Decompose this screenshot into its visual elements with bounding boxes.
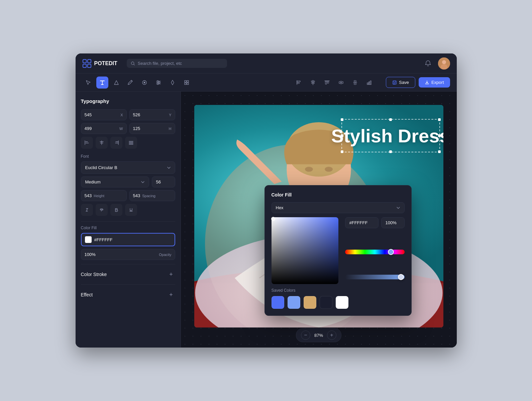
text-spacing-field[interactable]: 543 Spacing	[129, 190, 175, 201]
svg-rect-1	[88, 59, 91, 63]
svg-point-40	[325, 167, 333, 172]
hue-thumb[interactable]	[388, 249, 394, 255]
selection-handle-tl[interactable]	[341, 118, 343, 121]
font-size-input[interactable]	[156, 179, 171, 184]
opacity-value-input[interactable]	[386, 220, 400, 225]
selection-handle-br[interactable]	[438, 150, 441, 153]
text-height-field[interactable]: 543 Height	[81, 190, 127, 201]
italic-btn[interactable]	[81, 204, 93, 216]
color-stroke-add-btn[interactable]: +	[167, 270, 175, 278]
effect-add-btn[interactable]: +	[167, 291, 175, 299]
svg-rect-21	[325, 81, 327, 84]
align-center-btn[interactable]	[96, 137, 108, 149]
size-row: 543 Height 543 Spacing	[81, 190, 175, 201]
position-y-label: Y	[169, 113, 171, 117]
opacity-slider[interactable]	[345, 275, 405, 279]
color-picker-popup: Color Fill Hex	[264, 185, 412, 316]
selection-handle-tm[interactable]	[389, 118, 392, 121]
position-w-field[interactable]: W	[81, 123, 127, 134]
position-x-field[interactable]: X	[81, 109, 127, 120]
align-right-btn[interactable]	[110, 137, 122, 149]
font-family-select[interactable]: Euclid Circular B	[81, 161, 175, 174]
color-mode-select[interactable]: Hex	[272, 202, 405, 213]
color-hex-input[interactable]	[94, 237, 171, 242]
hex-input-box[interactable]	[345, 217, 379, 228]
position-w-input[interactable]	[85, 126, 105, 131]
opacity-row[interactable]: 100% Opacity	[81, 249, 175, 260]
color-fill-input-row[interactable]	[81, 233, 175, 246]
text-height-value: 543	[85, 193, 92, 198]
position-h-field[interactable]: H	[129, 123, 175, 134]
svg-rect-25	[354, 81, 356, 82]
export-button[interactable]: Export	[419, 77, 450, 88]
tool-adjust[interactable]	[152, 77, 165, 89]
zoom-in-button[interactable]: +	[327, 330, 336, 340]
opacity-slider-thumb[interactable]	[398, 274, 404, 280]
tool-chart[interactable]	[363, 77, 375, 89]
zoom-bar: − 87% +	[296, 328, 341, 342]
gradient-picker-square[interactable]	[272, 217, 338, 284]
position-x-label: X	[120, 113, 123, 117]
saved-color-dark[interactable]	[320, 296, 332, 309]
position-y-input[interactable]	[133, 112, 153, 117]
canvas-text[interactable]: Stylish Dress	[331, 125, 443, 147]
position-y-field[interactable]: Y	[129, 109, 175, 120]
svg-rect-26	[354, 83, 356, 85]
saved-color-white[interactable]	[336, 296, 348, 309]
tool-crop[interactable]	[167, 77, 179, 89]
chevron-down-icon	[167, 166, 171, 170]
text-height-label: Height	[94, 194, 104, 198]
zoom-out-button[interactable]: −	[301, 330, 310, 340]
saved-color-tan[interactable]	[304, 296, 316, 309]
selection-handle-bl[interactable]	[341, 150, 343, 153]
font-weight-select[interactable]: Medium	[81, 176, 149, 187]
tool-pen[interactable]	[124, 77, 136, 89]
search-icon	[131, 61, 135, 66]
align-left-btn[interactable]	[81, 137, 93, 149]
position-h-input[interactable]	[133, 126, 153, 131]
font-label: Font	[81, 154, 175, 159]
opacity-input-box[interactable]	[381, 217, 405, 228]
tool-align-center-h[interactable]	[307, 77, 319, 89]
strikethrough-btn[interactable]	[96, 204, 108, 216]
svg-point-39	[305, 167, 313, 172]
svg-rect-22	[327, 81, 329, 83]
tool-fill[interactable]	[138, 77, 150, 89]
search-input[interactable]	[138, 61, 223, 66]
selection-handle-ml[interactable]	[341, 134, 343, 137]
svg-point-11	[158, 82, 160, 83]
avatar[interactable]	[438, 57, 450, 70]
hex-value-input[interactable]	[349, 220, 374, 225]
position-row-wh: W H	[81, 123, 175, 134]
hue-slider[interactable]	[345, 250, 405, 254]
svg-rect-30	[393, 81, 397, 84]
position-row-xy: X Y	[81, 109, 175, 120]
tool-align-top[interactable]	[321, 77, 333, 89]
tool-align-left-edge[interactable]	[293, 77, 305, 89]
saved-color-light-blue[interactable]	[288, 296, 300, 309]
tool-text[interactable]	[96, 77, 108, 89]
tool-select[interactable]	[82, 77, 94, 89]
tool-distribute-h[interactable]	[335, 77, 347, 89]
selection-handle-bm[interactable]	[389, 150, 392, 153]
format-row	[81, 204, 175, 216]
search-bar[interactable]	[127, 59, 227, 68]
picker-controls	[345, 217, 405, 284]
notification-button[interactable]	[422, 57, 434, 70]
bold-btn[interactable]	[110, 204, 122, 216]
align-justify-btn[interactable]	[125, 137, 137, 149]
selection-handle-tr[interactable]	[438, 118, 441, 121]
svg-rect-17	[297, 81, 300, 82]
saved-color-blue[interactable]	[272, 296, 284, 309]
effect-label: Effect	[81, 292, 93, 297]
save-button[interactable]: Save	[386, 77, 415, 88]
tool-distribute-v[interactable]	[349, 77, 361, 89]
tool-shape[interactable]	[110, 77, 122, 89]
font-size-field[interactable]	[152, 176, 175, 187]
font-family-value: Euclid Circular B	[85, 165, 117, 170]
underline-btn[interactable]	[125, 204, 137, 216]
selection-handle-mr[interactable]	[438, 134, 441, 137]
tool-grid[interactable]	[181, 77, 193, 89]
position-x-input[interactable]	[85, 112, 105, 117]
svg-rect-24	[342, 82, 343, 84]
